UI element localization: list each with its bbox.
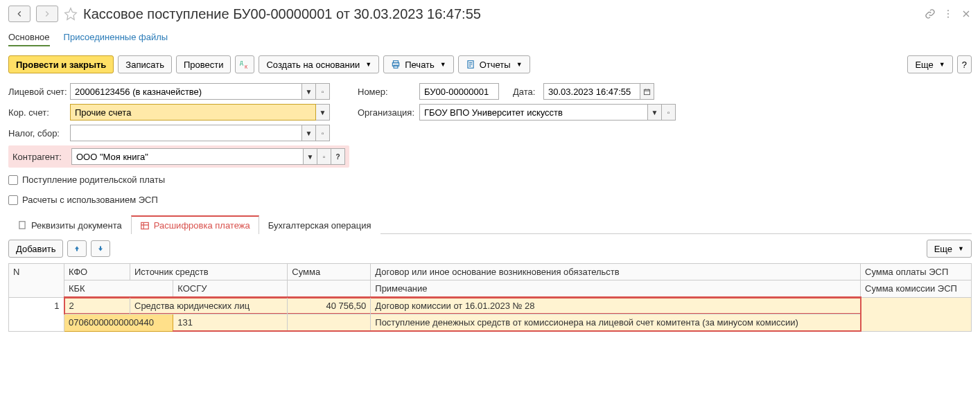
number-label: Номер: — [358, 87, 417, 97]
esp-checkbox[interactable] — [8, 195, 18, 205]
table-row[interactable]: 1 2 Средства юридических лиц 40 756,50 Д… — [9, 297, 972, 314]
cell-n: 1 — [9, 297, 64, 331]
col-src[interactable]: Источник средств — [130, 264, 288, 280]
calendar-button[interactable] — [640, 83, 654, 100]
col-kbk[interactable]: КБК — [64, 280, 173, 298]
dtkt-button[interactable]: ДК — [235, 55, 254, 73]
add-button[interactable]: Добавить — [8, 240, 63, 258]
svg-rect-11 — [141, 222, 148, 229]
svg-rect-10 — [19, 222, 25, 229]
tab-detail[interactable]: Расшифровка платежа — [131, 215, 259, 234]
svg-text:Д: Д — [240, 60, 243, 66]
number-input[interactable] — [419, 83, 499, 100]
cell-src[interactable]: Средства юридических лиц — [130, 297, 288, 314]
print-button[interactable]: Печать▼ — [383, 55, 454, 73]
section-tab-main[interactable]: Основное — [8, 29, 50, 46]
tax-input[interactable] — [70, 125, 302, 141]
move-up-button[interactable] — [67, 240, 87, 257]
account-label: Лицевой счет: — [8, 87, 67, 97]
esp-label: Расчеты с использованием ЭСП — [22, 195, 158, 205]
dropdown-button[interactable]: ▼ — [302, 125, 316, 141]
dropdown-button[interactable]: ▼ — [304, 148, 317, 165]
col-espsum[interactable]: Сумма оплаты ЭСП — [861, 264, 972, 280]
col-contract[interactable]: Договор или иное основание возникновения… — [371, 264, 861, 280]
create-based-label: Создать на основании — [266, 60, 360, 70]
svg-rect-9 — [644, 89, 649, 94]
link-icon[interactable] — [925, 8, 936, 19]
counter-input[interactable] — [71, 148, 304, 165]
move-down-button[interactable] — [91, 240, 110, 257]
create-based-button[interactable]: Создать на основании▼ — [259, 55, 379, 73]
open-button[interactable]: ▫ — [662, 104, 676, 121]
tab-requisites[interactable]: Реквизиты документа — [8, 215, 131, 234]
col-kosgu[interactable]: КОСГУ — [173, 280, 288, 298]
col-empty — [288, 280, 371, 298]
print-label: Печать — [405, 60, 435, 70]
reports-label: Отчеты — [480, 60, 511, 70]
dropdown-button[interactable]: ▼ — [648, 104, 662, 121]
col-sum[interactable]: Сумма — [288, 264, 371, 280]
arrow-down-icon — [96, 244, 105, 253]
date-input[interactable] — [543, 83, 640, 100]
col-espcomm[interactable]: Сумма комиссии ЭСП — [861, 280, 972, 298]
svg-point-1 — [947, 13, 949, 15]
more-vertical-icon[interactable] — [943, 8, 954, 19]
cell-kosgu[interactable]: 131 — [173, 314, 288, 332]
tax-label: Налог, сбор: — [8, 128, 67, 139]
reports-button[interactable]: Отчеты▼ — [458, 55, 530, 73]
chevron-down-icon: ▼ — [440, 61, 446, 68]
post-button[interactable]: Провести — [176, 55, 231, 73]
tab-detail-label: Расшифровка платежа — [154, 220, 250, 231]
open-button[interactable]: ▫ — [316, 125, 330, 141]
cell-kbk[interactable]: 07060000000000440 — [64, 314, 173, 332]
nav-back-button[interactable] — [8, 6, 30, 22]
col-n[interactable]: N — [9, 264, 64, 298]
grid-header-row-2: КБК КОСГУ Примечание Сумма комиссии ЭСП — [9, 280, 972, 298]
tab-more-button[interactable]: Еще▼ — [927, 240, 972, 258]
org-input[interactable] — [419, 104, 648, 121]
help-field-button[interactable]: ? — [331, 148, 345, 165]
account-input[interactable] — [70, 83, 302, 100]
arrow-up-icon — [73, 244, 81, 253]
cell-sum[interactable]: 40 756,50 — [288, 297, 371, 314]
date-label: Дата: — [513, 87, 541, 97]
tab-requisites-label: Реквизиты документа — [31, 220, 122, 231]
parent-pay-label: Поступление родительской платы — [22, 175, 165, 185]
tab-more-label: Еще — [934, 244, 952, 254]
tab-accounting[interactable]: Бухгалтерская операция — [259, 215, 380, 234]
more-label: Еще — [915, 60, 933, 70]
arrow-left-icon — [15, 9, 24, 19]
dtkt-icon: ДК — [240, 60, 250, 69]
cell-note[interactable]: Поступление денежных средств от комиссио… — [371, 314, 861, 332]
page-title: Кассовое поступление БУ00-00000001 от 30… — [83, 6, 919, 22]
close-icon[interactable] — [961, 8, 972, 19]
col-kfo[interactable]: КФО — [64, 264, 130, 280]
chevron-down-icon: ▼ — [958, 245, 964, 252]
tab-accounting-label: Бухгалтерская операция — [268, 220, 371, 231]
grid-header-row-1: N КФО Источник средств Сумма Договор или… — [9, 264, 972, 280]
dropdown-button[interactable]: ▼ — [316, 104, 330, 121]
post-close-button[interactable]: Провести и закрыть — [8, 55, 114, 73]
help-button[interactable]: ? — [957, 55, 972, 73]
col-note[interactable]: Примечание — [371, 280, 861, 298]
table-row[interactable]: 07060000000000440 131 Поступление денежн… — [9, 314, 972, 332]
more-button[interactable]: Еще▼ — [907, 55, 952, 73]
parent-pay-checkbox[interactable] — [8, 175, 18, 185]
nav-forward-button[interactable] — [36, 6, 58, 22]
payment-grid: N КФО Источник средств Сумма Договор или… — [8, 263, 972, 332]
cor-input[interactable] — [70, 104, 316, 121]
section-tab-files[interactable]: Присоединенные файлы — [64, 29, 168, 46]
cell-contract[interactable]: Договор комиссии от 16.01.2023 № 28 — [371, 297, 861, 314]
open-button[interactable]: ▫ — [316, 83, 330, 100]
document-icon — [17, 220, 27, 230]
open-button[interactable]: ▫ — [317, 148, 331, 165]
cell-empty[interactable] — [288, 314, 371, 332]
cell-esp[interactable] — [861, 297, 972, 331]
dropdown-button[interactable]: ▼ — [302, 83, 316, 100]
table-icon — [140, 221, 150, 231]
cell-kfo[interactable]: 2 — [64, 297, 130, 314]
write-button[interactable]: Записать — [118, 55, 172, 73]
svg-text:К: К — [245, 64, 248, 69]
cor-label: Кор. счет: — [8, 107, 67, 118]
star-icon[interactable] — [64, 7, 78, 21]
